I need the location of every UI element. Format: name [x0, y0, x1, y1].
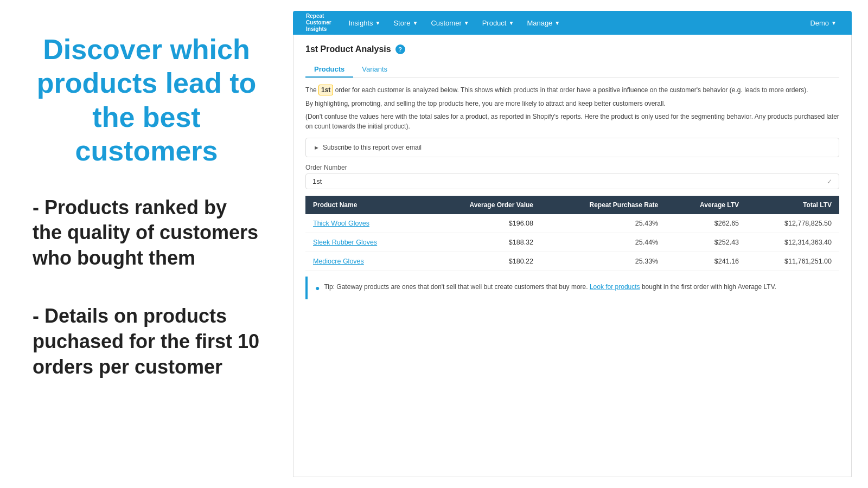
cell-product: Mediocre Gloves [305, 252, 423, 271]
cell-avg-order: $188.32 [423, 233, 541, 252]
chevron-down-icon: ▼ [412, 20, 418, 26]
product-link[interactable]: Thick Wool Gloves [313, 220, 369, 227]
help-icon[interactable]: ? [395, 44, 405, 54]
bullet-1: - Products ranked by the quality of cust… [33, 195, 260, 271]
order-highlight: 1st [318, 85, 333, 95]
subscribe-row[interactable]: ► Subscribe to this report over email [305, 138, 839, 157]
page-title-row: 1st Product Analysis ? [305, 44, 839, 54]
product-link[interactable]: Sleek Rubber Gloves [313, 239, 377, 246]
page-title: 1st Product Analysis [305, 44, 391, 54]
chevron-down-icon: ▼ [508, 20, 514, 26]
tip-icon: ● [315, 282, 320, 294]
col-header-avg-order: Average Order Value [423, 196, 541, 214]
col-header-total-ltv: Total LTV [746, 196, 839, 214]
chevron-down-icon: ✓ [827, 178, 832, 185]
cell-product: Sleek Rubber Gloves [305, 233, 423, 252]
cell-total-ltv: $12,778,825.50 [746, 214, 839, 233]
order-label: Order Number [305, 164, 839, 171]
table-row: Thick Wool Gloves $196.08 25.43% $262.65… [305, 214, 839, 233]
cell-product: Thick Wool Gloves [305, 214, 423, 233]
right-panel: Repeat Customer Insights Insights ▼ Stor… [288, 0, 868, 488]
col-header-avg-ltv: Average LTV [666, 196, 746, 214]
tab-variants[interactable]: Variants [353, 62, 396, 78]
col-header-repeat-rate: Repeat Purchase Rate [541, 196, 666, 214]
products-table: Product Name Average Order Value Repeat … [305, 196, 839, 271]
tab-products[interactable]: Products [305, 62, 353, 78]
cell-avg-order: $180.22 [423, 252, 541, 271]
table-row: Mediocre Gloves $180.22 25.33% $241.16 $… [305, 252, 839, 271]
cell-repeat-rate: 25.43% [541, 214, 666, 233]
tip-link[interactable]: Look for products [590, 283, 640, 291]
subscribe-arrow-icon: ► [314, 144, 320, 151]
page: Discover which products lead to the best… [0, 0, 868, 488]
order-section: Order Number 1st ✓ [305, 164, 839, 189]
product-link[interactable]: Mediocre Gloves [313, 258, 364, 265]
chevron-down-icon: ▼ [375, 20, 381, 26]
nav-product[interactable]: Product ▼ [476, 11, 521, 35]
cell-avg-order: $196.08 [423, 214, 541, 233]
order-select[interactable]: 1st ✓ [305, 174, 839, 189]
nav-store[interactable]: Store ▼ [387, 11, 424, 35]
cell-total-ltv: $12,314,363.40 [746, 233, 839, 252]
navbar: Repeat Customer Insights Insights ▼ Stor… [293, 11, 852, 35]
nav-insights[interactable]: Insights ▼ [342, 11, 387, 35]
nav-customer[interactable]: Customer ▼ [424, 11, 475, 35]
table-row: Sleek Rubber Gloves $188.32 25.44% $252.… [305, 233, 839, 252]
cell-repeat-rate: 25.33% [541, 252, 666, 271]
cell-avg-ltv: $262.65 [666, 214, 746, 233]
tabs: Products Variants [305, 62, 839, 78]
left-panel: Discover which products lead to the best… [0, 0, 288, 488]
main-content: 1st Product Analysis ? Products Variants… [293, 35, 852, 477]
order-select-value: 1st [312, 177, 322, 185]
cell-repeat-rate: 25.44% [541, 233, 666, 252]
cell-avg-ltv: $241.16 [666, 252, 746, 271]
chevron-down-icon: ▼ [554, 20, 560, 26]
desc-paragraph-1: The 1st order for each customer is analy… [305, 85, 839, 95]
desc-paragraph-3: (Don't confuse the values here with the … [305, 112, 839, 131]
chevron-down-icon: ▼ [464, 20, 469, 26]
nav-demo[interactable]: Demo ▼ [803, 11, 843, 35]
nav-manage[interactable]: Manage ▼ [520, 11, 566, 35]
chevron-down-icon: ▼ [831, 20, 837, 26]
tip-box: ● Tip: Gateway products are ones that do… [305, 277, 839, 299]
tip-text: Tip: Gateway products are ones that don'… [324, 282, 776, 292]
bullet-2: - Details on products puchased for the f… [33, 304, 260, 380]
main-heading: Discover which products lead to the best… [33, 33, 260, 168]
desc-paragraph-2: By highlighting, promoting, and selling … [305, 99, 839, 108]
nav-brand[interactable]: Repeat Customer Insights [302, 11, 336, 35]
col-header-product: Product Name [305, 196, 423, 214]
cell-total-ltv: $11,761,251.00 [746, 252, 839, 271]
cell-avg-ltv: $252.43 [666, 233, 746, 252]
